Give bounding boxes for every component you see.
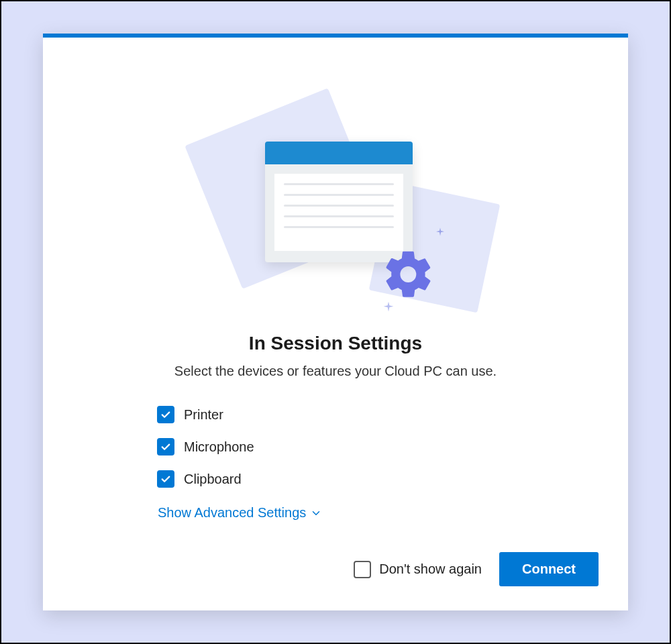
window-graphic-header xyxy=(265,142,413,164)
option-label: Microphone xyxy=(184,439,254,455)
dialog-footer: Don't show again Connect xyxy=(354,552,599,586)
option-clipboard[interactable]: Clipboard xyxy=(157,470,514,488)
connect-button[interactable]: Connect xyxy=(499,552,599,586)
option-label: Clipboard xyxy=(184,472,242,487)
text-line xyxy=(284,215,394,217)
settings-illustration xyxy=(161,98,510,319)
checkbox-dont-show[interactable] xyxy=(354,561,371,578)
gear-icon xyxy=(381,247,436,305)
dont-show-again-toggle[interactable]: Don't show again xyxy=(354,561,482,578)
options-list: Printer Microphone Clipboard Show Advanc… xyxy=(157,406,514,521)
option-printer[interactable]: Printer xyxy=(157,406,514,423)
dialog-title: In Session Settings xyxy=(249,333,422,354)
advanced-link-label: Show Advanced Settings xyxy=(158,505,306,521)
text-line xyxy=(284,226,394,228)
chevron-down-icon xyxy=(310,507,322,519)
check-icon xyxy=(160,409,172,421)
checkbox-microphone[interactable] xyxy=(157,438,174,455)
show-advanced-settings-link[interactable]: Show Advanced Settings xyxy=(157,505,514,521)
option-label: Printer xyxy=(184,407,223,423)
session-settings-dialog: In Session Settings Select the devices o… xyxy=(43,34,628,610)
text-line xyxy=(284,194,394,196)
window-graphic xyxy=(265,142,413,262)
text-line xyxy=(284,205,394,207)
checkbox-printer[interactable] xyxy=(157,406,174,423)
option-microphone[interactable]: Microphone xyxy=(157,438,514,455)
check-icon xyxy=(160,441,172,453)
dialog-content: In Session Settings Select the devices o… xyxy=(43,38,628,610)
window-graphic-body xyxy=(274,174,403,251)
sparkle-icon xyxy=(381,301,396,315)
dialog-subtitle: Select the devices or features your Clou… xyxy=(174,364,497,379)
text-line xyxy=(284,183,394,185)
check-icon xyxy=(160,473,172,485)
dont-show-label: Don't show again xyxy=(379,561,482,577)
sparkle-icon xyxy=(434,227,446,239)
checkbox-clipboard[interactable] xyxy=(157,470,174,488)
